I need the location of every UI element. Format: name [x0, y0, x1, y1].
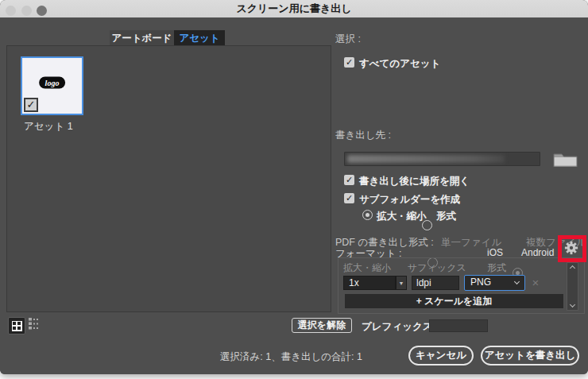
subfolder-scale-label: 拡大・縮小: [377, 210, 427, 223]
dialog-content: アートボード アセット logo ✓ アセット 1 選択 : ✓ すべてのアセッ…: [0, 17, 588, 374]
export-path-input[interactable]: [344, 152, 540, 166]
export-to-heading: 書き出し先 :: [335, 129, 391, 142]
format-column-header: 形式: [487, 261, 506, 275]
tab-assets[interactable]: アセット: [174, 30, 225, 46]
format-select-value: PNG: [470, 277, 491, 288]
prefix-label: プレフィックス :: [362, 320, 439, 334]
android-preset-button[interactable]: Android: [521, 247, 554, 258]
highlight-red-box: [558, 235, 586, 262]
scales-scrollbar[interactable]: [567, 262, 578, 311]
create-subfolders-checkbox[interactable]: ✓: [344, 193, 354, 203]
choose-folder-icon[interactable]: [552, 153, 578, 167]
ios-preset-button[interactable]: iOS: [487, 247, 503, 258]
export-path-blurred-value: [347, 155, 505, 163]
selection-heading: 選択 :: [335, 33, 361, 46]
scale-column-header: 拡大・縮小: [343, 261, 391, 275]
tab-artboards[interactable]: アートボード: [110, 30, 174, 46]
open-location-label: 書き出し後に場所を開く: [359, 175, 470, 188]
asset-thumbnail[interactable]: logo ✓: [21, 56, 83, 115]
cancel-button[interactable]: キャンセル: [408, 346, 474, 365]
all-assets-label: すべてのアセット: [359, 57, 440, 71]
asset-name-label: アセット 1: [24, 120, 73, 133]
grid-view-button[interactable]: [8, 317, 25, 335]
remove-scale-icon[interactable]: ×: [529, 276, 542, 290]
asset-checkbox[interactable]: ✓: [24, 98, 38, 112]
asset-list-panel: logo ✓ アセット 1: [6, 45, 331, 312]
add-scale-button[interactable]: + スケールを追加: [345, 294, 563, 308]
list-view-button[interactable]: [27, 317, 44, 335]
chevron-down-icon: [514, 279, 520, 284]
format-select[interactable]: PNG: [464, 275, 525, 291]
export-for-screens-dialog: スクリーン用に書き出し アートボード アセット logo ✓ アセット 1 選択…: [0, 0, 588, 374]
list-view-icon: [27, 317, 43, 330]
scale-dropdown-icon[interactable]: ▼: [396, 276, 407, 290]
create-subfolders-label: サブフォルダーを作成: [359, 193, 460, 207]
prefix-input[interactable]: [429, 319, 488, 332]
grid-view-icon: [12, 321, 22, 331]
open-location-checkbox[interactable]: ✓: [344, 175, 354, 185]
scales-group: 拡大・縮小 サフィックス 形式 1x ▼ PNG × + スケールを追加: [338, 257, 585, 314]
selection-status: 選択済み: 1、書き出しの合計: 1: [220, 350, 362, 364]
scale-value-input[interactable]: 1x: [343, 276, 396, 290]
suffix-column-header: サフィックス: [408, 261, 466, 275]
subfolder-scale-radio[interactable]: [362, 210, 373, 220]
asset-preview-logo: logo: [39, 76, 66, 88]
all-assets-checkbox[interactable]: ✓: [344, 57, 354, 68]
dialog-title: スクリーン用に書き出し: [0, 0, 588, 17]
titlebar: スクリーン用に書き出し: [0, 0, 588, 17]
export-asset-button[interactable]: アセットを書き出し: [481, 346, 579, 365]
suffix-input[interactable]: [412, 276, 459, 290]
deselect-button[interactable]: 選択を解除: [292, 318, 352, 333]
subfolder-format-label: 形式: [436, 210, 456, 223]
scroll-up-icon[interactable]: [570, 265, 575, 271]
subfolder-format-radio[interactable]: [422, 220, 432, 230]
scroll-down-icon[interactable]: [570, 302, 575, 307]
